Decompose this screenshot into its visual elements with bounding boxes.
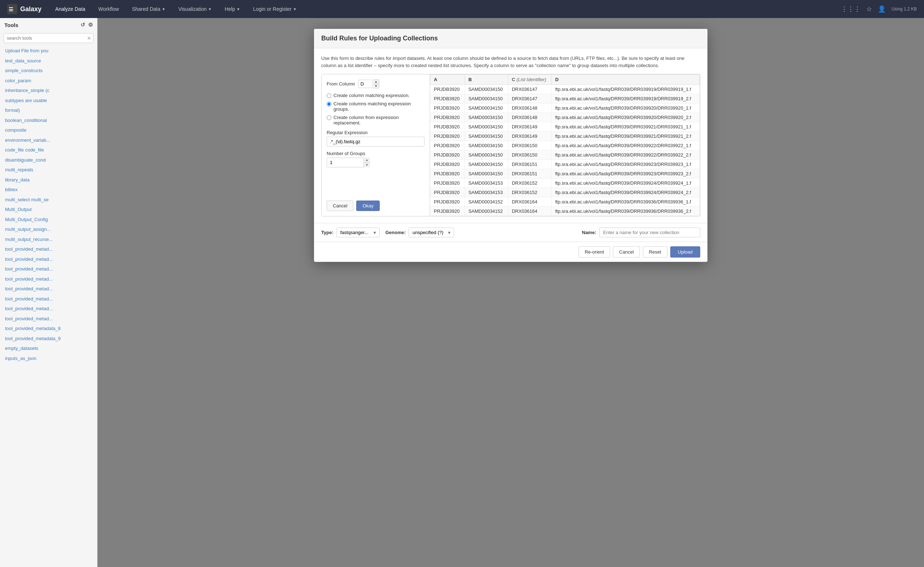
cell-B: SAMD00034150 <box>464 132 508 141</box>
cancel-button[interactable]: Cancel <box>327 201 353 211</box>
cell-A: PRJDB3920 <box>430 94 465 104</box>
nav-analyze-data[interactable]: Analyze Data <box>49 0 92 18</box>
col-down-arrow[interactable]: ▼ <box>373 84 379 88</box>
num-spinners: ▲ ▼ <box>364 158 370 167</box>
cell-A: PRJDB3920 <box>430 113 465 122</box>
sidebar-tool-item[interactable]: composite <box>0 125 97 135</box>
from-column-input[interactable] <box>358 80 373 88</box>
modal-title: Build Rules for Uploading Collections <box>321 34 700 42</box>
sidebar-tool-item[interactable]: multi_output_assign... <box>0 224 97 234</box>
cell-C: DRX036147 <box>508 85 551 94</box>
search-input[interactable] <box>4 33 93 43</box>
sidebar-tool-item[interactable]: Upload File from you <box>0 46 97 56</box>
nav-visualization[interactable]: Visualization ▼ <box>172 0 218 18</box>
sidebar-tool-item[interactable]: simple_constructs <box>0 66 97 76</box>
sidebar-tool-item[interactable]: tool_provided_metadata_8 <box>0 324 97 334</box>
column-spinner[interactable]: ▲ ▼ <box>373 80 379 88</box>
star-icon[interactable]: ☆ <box>866 5 872 13</box>
settings-icon[interactable]: ⚙ <box>88 22 93 28</box>
app-logo[interactable]: ☰ Galaxy <box>0 4 49 14</box>
sidebar-tool-item[interactable]: Multi_Output <box>0 204 97 214</box>
build-rules-modal: Build Rules for Uploading Collections Us… <box>314 29 708 262</box>
collection-name-input[interactable] <box>599 228 700 237</box>
search-clear-icon[interactable]: ✕ <box>87 35 91 41</box>
sidebar-title: Tools <box>5 22 18 28</box>
cell-D: ftp.sra.ebi.ac.uk/vol1/fastq/DRR039/DRR0… <box>551 122 700 132</box>
spinner-down[interactable]: ▼ <box>364 163 370 167</box>
sidebar-tool-item[interactable]: multi_output_recurse... <box>0 234 97 244</box>
radio-create-matching-input[interactable] <box>327 93 331 98</box>
sidebar-tool-item[interactable]: bibtex <box>0 184 97 195</box>
cell-A: PRJDB3920 <box>430 207 465 216</box>
table-row: PRJDB3920SAMD00034150DRX036148ftp.sra.eb… <box>430 104 700 113</box>
sidebar-tool-item[interactable]: tool_provided_metad... <box>0 314 97 324</box>
nav-workflow[interactable]: Workflow <box>92 0 125 18</box>
genome-select[interactable]: unspecified (?) <box>409 228 454 237</box>
cell-D: ftp.sra.ebi.ac.uk/vol1/fastq/DRR039/DRR0… <box>551 188 700 197</box>
user-icon[interactable]: 👤 <box>878 5 886 13</box>
main-layout: Tools ↺ ⚙ ✕ Upload File from youtest_dat… <box>0 18 924 567</box>
shared-data-caret: ▼ <box>162 7 165 11</box>
regex-input[interactable] <box>327 137 424 147</box>
nav-login[interactable]: Login or Register ▼ <box>246 0 303 18</box>
table-body: PRJDB3920SAMD00034150DRX036147ftp.sra.eb… <box>430 85 700 216</box>
cell-B: SAMD00034153 <box>464 188 508 197</box>
modal-description: Use this form to describe rules for impo… <box>321 55 700 69</box>
nav-help[interactable]: Help ▼ <box>218 0 246 18</box>
cell-A: PRJDB3920 <box>430 85 465 94</box>
cell-D: ftp.sra.ebi.ac.uk/vol1/fastq/DRR039/DRR0… <box>551 132 700 141</box>
col-header-B: B <box>464 75 508 85</box>
reset-button[interactable]: Reset <box>643 246 667 258</box>
cancel-footer-button[interactable]: Cancel <box>613 246 640 258</box>
sidebar-tool-item[interactable]: Multi_Output_Config <box>0 214 97 225</box>
sidebar-tool-item[interactable]: color_param <box>0 76 97 86</box>
nav-shared-data[interactable]: Shared Data ▼ <box>126 0 172 18</box>
refresh-icon[interactable]: ↺ <box>81 22 85 28</box>
radio-create-replacement-input[interactable] <box>327 116 331 120</box>
app-grid-icon[interactable]: ⋮⋮⋮ <box>841 5 861 13</box>
sidebar-tool-item[interactable]: subtypes are usable <box>0 96 97 106</box>
modal-footer-actions: Re-orient Cancel Reset Upload <box>314 242 708 262</box>
reorient-button[interactable]: Re-orient <box>578 246 610 258</box>
sidebar-tool-item[interactable]: tool_provided_metad... <box>0 274 97 284</box>
sidebar-tool-item[interactable]: tool_provided_metad... <box>0 244 97 254</box>
sidebar-tool-item[interactable]: disambiguate_cond <box>0 155 97 165</box>
sidebar-tool-item[interactable]: test_data_source <box>0 56 97 66</box>
sidebar-tool-item[interactable]: boolean_conditional <box>0 116 97 126</box>
radio-create-matching[interactable]: Create column matching expression. <box>327 93 424 98</box>
table-row: PRJDB3920SAMD00034150DRX036147ftp.sra.eb… <box>430 85 700 94</box>
cell-C: DRX036148 <box>508 113 551 122</box>
table-header-row: A B C (List Identifier) D <box>430 75 700 85</box>
sidebar-tool-item[interactable]: library_data <box>0 175 97 185</box>
rule-editor: From Column ▲ ▼ <box>322 74 430 216</box>
radio-create-groups-input[interactable] <box>327 102 331 106</box>
cell-C: DRX036164 <box>508 207 551 216</box>
sidebar-tool-item[interactable]: multi_select multi_se <box>0 195 97 205</box>
radio-create-groups[interactable]: Create columns matching expression group… <box>327 101 424 112</box>
type-select[interactable]: fastqsanger... <box>337 228 380 237</box>
upload-button[interactable]: Upload <box>670 246 700 258</box>
sidebar-tool-item[interactable]: tool_provided_metad... <box>0 304 97 314</box>
okay-button[interactable]: Okay <box>356 201 379 211</box>
sidebar-tool-item[interactable]: tool_provided_metad... <box>0 264 97 274</box>
sidebar-tool-item[interactable]: tool_provided_metad... <box>0 254 97 264</box>
sidebar-tool-item[interactable]: inheritance_simple (c <box>0 86 97 96</box>
sidebar-tool-item[interactable]: environment_variab... <box>0 135 97 146</box>
cell-C: DRX036152 <box>508 178 551 188</box>
sidebar-tool-item[interactable]: empty_datasets <box>0 344 97 354</box>
sidebar-tool-item[interactable]: format) <box>0 105 97 116</box>
sidebar-tool-item[interactable]: code_file code_file <box>0 145 97 155</box>
cell-A: PRJDB3920 <box>430 188 465 197</box>
sidebar-tool-item[interactable]: tool_provided_metad... <box>0 284 97 294</box>
radio-group: Create column matching expression. Creat… <box>327 93 424 126</box>
sidebar-tool-item[interactable]: multi_repeats <box>0 165 97 175</box>
spinner-up[interactable]: ▲ <box>364 158 370 163</box>
radio-create-replacement[interactable]: Create column from expression replacemen… <box>327 115 424 126</box>
sidebar-tool-item[interactable]: inputs_as_json <box>0 354 97 364</box>
table-row: PRJDB3920SAMD00034152DRX036164ftp.sra.eb… <box>430 197 700 207</box>
sidebar-tool-item[interactable]: tool_provided_metad... <box>0 294 97 304</box>
sidebar-tool-item[interactable]: tool_provided_metadata_9 <box>0 334 97 344</box>
radio-create-groups-label: Create columns matching expression group… <box>334 101 424 112</box>
col-up-arrow[interactable]: ▲ <box>373 80 379 84</box>
top-navigation: ☰ Galaxy Analyze Data Workflow Shared Da… <box>0 0 924 18</box>
